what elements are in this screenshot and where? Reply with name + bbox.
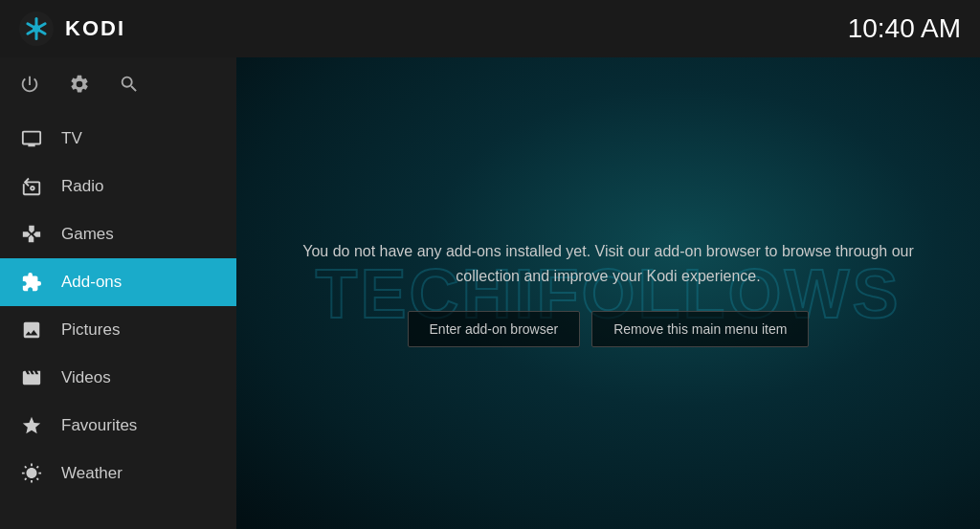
sidebar-item-radio[interactable]: Radio: [0, 163, 236, 210]
weather-icon: [19, 461, 44, 486]
kodi-logo-icon: [19, 11, 54, 46]
addons-icon: [19, 270, 44, 295]
sidebar-item-addons[interactable]: Add-ons: [0, 258, 236, 306]
clock-display: 10:40 AM: [848, 13, 961, 44]
sidebar-item-pictures-label: Pictures: [61, 320, 120, 340]
sidebar-item-videos-label: Videos: [61, 368, 111, 387]
videos-icon: [19, 365, 44, 390]
header-logo-area: KODI: [19, 11, 125, 46]
sidebar-item-pictures[interactable]: Pictures: [0, 306, 236, 354]
svg-point-4: [33, 25, 40, 33]
settings-button[interactable]: [69, 74, 90, 99]
sidebar-item-videos[interactable]: Videos: [0, 354, 236, 402]
sidebar-item-tv-label: TV: [61, 129, 82, 148]
addons-message-text: You do not have any add-ons installed ye…: [302, 239, 915, 288]
sidebar-item-favourites[interactable]: Favourites: [0, 402, 236, 450]
sidebar-item-radio-label: Radio: [61, 177, 103, 196]
sidebar-item-tv[interactable]: TV: [0, 115, 236, 163]
sidebar-item-weather-label: Weather: [61, 464, 122, 483]
toolbar: [0, 57, 236, 115]
sidebar-item-addons-label: Add-ons: [61, 273, 122, 292]
addons-message-box: You do not have any add-ons installed ye…: [283, 220, 934, 366]
sidebar-item-favourites-label: Favourites: [61, 416, 137, 435]
tv-icon: [19, 126, 44, 151]
sidebar-item-games[interactable]: Games: [0, 210, 236, 258]
header: KODI 10:40 AM: [0, 0, 980, 57]
content-area: TECHIFOLLOWS You do not have any add-ons…: [236, 57, 980, 529]
app-title: KODI: [65, 16, 125, 41]
search-button[interactable]: [119, 74, 140, 99]
pictures-icon: [19, 318, 44, 342]
sidebar: TV Radio Games Add-ons Pictures: [0, 57, 236, 529]
games-icon: [19, 222, 44, 247]
main-layout: TV Radio Games Add-ons Pictures: [0, 57, 980, 529]
search-icon: [119, 74, 140, 95]
sidebar-item-weather[interactable]: Weather: [0, 450, 236, 497]
radio-icon: [19, 174, 44, 199]
sidebar-item-games-label: Games: [61, 225, 114, 244]
remove-menu-item-button[interactable]: Remove this main menu item: [591, 311, 809, 347]
power-button[interactable]: [19, 74, 40, 99]
power-icon: [19, 74, 40, 95]
favourites-icon: [19, 413, 44, 438]
addons-buttons: Enter add-on browser Remove this main me…: [302, 311, 915, 347]
enter-addon-browser-button[interactable]: Enter add-on browser: [408, 311, 581, 347]
settings-icon: [69, 74, 90, 95]
